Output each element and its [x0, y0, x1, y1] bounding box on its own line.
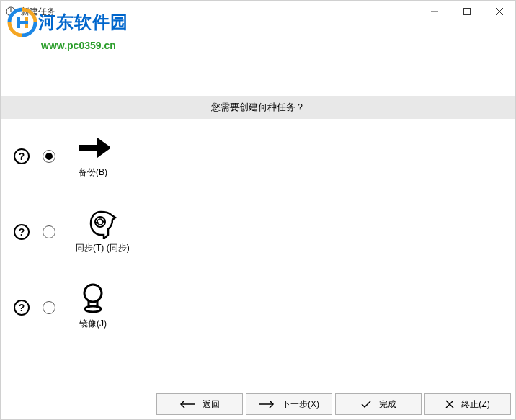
option-content-backup[interactable]: 备份(B): [76, 133, 110, 179]
option-sync: ? 同步(T) (同步): [14, 209, 502, 254]
option-label-backup: 备份(B): [79, 166, 107, 179]
check-icon: [360, 400, 372, 408]
maximize-icon: [463, 8, 471, 15]
watermark-url: www.pc0359.cn: [41, 40, 128, 51]
help-icon-sync[interactable]: ?: [14, 224, 30, 240]
option-label-sync: 同步(T) (同步): [76, 242, 130, 254]
arrow-left-icon: [179, 400, 195, 408]
svg-point-9: [84, 285, 102, 302]
radio-sync[interactable]: [43, 225, 55, 238]
cancel-button[interactable]: 终止(Z): [424, 393, 511, 415]
arrow-right-icon: [76, 133, 110, 162]
mirror-icon: [76, 285, 110, 313]
cancel-label: 终止(Z): [461, 398, 489, 411]
question-bar: 您需要创建何种任务？: [1, 96, 515, 119]
back-button[interactable]: 返回: [156, 393, 243, 415]
window-controls: [418, 1, 515, 22]
next-label: 下一步(X): [282, 398, 319, 411]
close-button[interactable]: [483, 1, 515, 22]
option-content-mirror[interactable]: 镜像(J): [76, 285, 110, 330]
question-text: 您需要创建何种任务？: [211, 101, 305, 114]
radio-mirror[interactable]: [43, 301, 55, 314]
help-icon-backup[interactable]: ?: [14, 148, 30, 164]
sync-head-icon: [85, 209, 120, 238]
options-container: ? 备份(B) ? 同步(T) (同步): [1, 119, 515, 375]
titlebar: 新建任务: [1, 1, 515, 22]
help-icon-mirror[interactable]: ?: [14, 300, 30, 316]
minimize-icon: [431, 8, 438, 15]
svg-point-10: [85, 306, 101, 312]
option-backup: ? 备份(B): [14, 133, 502, 179]
option-label-mirror: 镜像(J): [79, 318, 107, 330]
next-button[interactable]: 下一步(X): [246, 393, 332, 415]
option-mirror: ? 镜像(J): [14, 285, 502, 330]
minimize-button[interactable]: [418, 1, 450, 22]
close-icon: [496, 8, 503, 15]
option-content-sync[interactable]: 同步(T) (同步): [76, 209, 130, 254]
svg-rect-2: [463, 9, 470, 15]
finish-button[interactable]: 完成: [335, 393, 422, 415]
radio-backup[interactable]: [43, 150, 55, 163]
footer: 返回 下一步(X) 完成 终止(Z): [1, 389, 515, 419]
back-label: 返回: [203, 398, 220, 411]
app-icon: [5, 6, 17, 17]
finish-label: 完成: [379, 398, 396, 411]
x-icon: [445, 400, 454, 408]
arrow-right-icon: [259, 400, 275, 408]
window-title: 新建任务: [21, 6, 55, 18]
maximize-button[interactable]: [450, 1, 483, 22]
